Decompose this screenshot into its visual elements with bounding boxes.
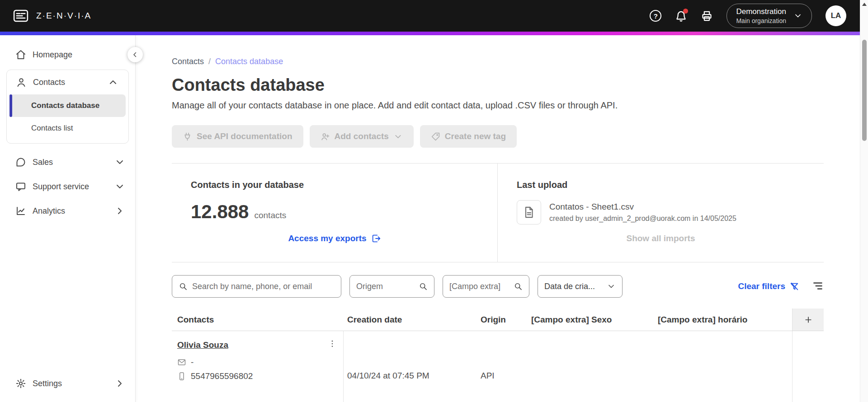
sidebar-subitem-label: Contacts list [31, 124, 73, 133]
sidebar-item-homepage[interactable]: Homepage [0, 42, 135, 67]
organization-name: Demonstration [736, 7, 786, 16]
scroll-up-arrow-icon[interactable] [862, 3, 867, 6]
plus-icon [804, 315, 813, 324]
gear-icon [15, 378, 26, 389]
printer-icon [701, 10, 713, 22]
mobile-phone-icon [177, 372, 186, 381]
summary-cards: Contacts in your database 12.888 contact… [172, 163, 824, 262]
chevron-right-icon [114, 206, 125, 216]
home-icon [15, 49, 26, 60]
main-content: Contacts / Contacts database Contacts da… [136, 35, 868, 402]
origin-cell: API [477, 331, 528, 402]
contact-phone: 5547965596802 [177, 371, 337, 381]
kebab-menu-icon [328, 339, 337, 348]
create-new-tag-button[interactable]: Create new tag [420, 125, 517, 148]
sidebar-item-support-service[interactable]: Support service [0, 174, 135, 199]
contacts-table: Contacts Creation date Origin [Campo ext… [172, 309, 824, 402]
chat-bubble-icon [15, 157, 26, 168]
origem-input[interactable] [356, 282, 414, 291]
last-upload-file: Contatos - Sheet1.csv created by user_ad… [517, 200, 805, 224]
sidebar-item-settings[interactable]: Settings [0, 371, 135, 396]
sidebar-collapse-button[interactable] [127, 47, 143, 62]
search-box [172, 275, 341, 298]
button-label: See API documentation [197, 131, 292, 141]
contacts-count-card: Contacts in your database 12.888 contact… [172, 164, 498, 262]
show-all-imports-button[interactable]: Show all imports [626, 234, 695, 243]
button-label: Create new tag [445, 131, 506, 141]
sidebar-item-label: Contacts [33, 78, 101, 87]
contact-phone-value: 5547965596802 [191, 371, 253, 381]
top-bar-actions: ? Demonstration Main organization LA [650, 4, 846, 28]
contact-email: - [177, 357, 337, 367]
button-label: Add contacts [335, 131, 389, 141]
contact-name-link[interactable]: Olivia Souza [177, 340, 228, 350]
link-label: Access my exports [288, 234, 366, 243]
contact-cell: Olivia Souza - [172, 331, 344, 402]
clear-filters-button[interactable]: Clear filters [738, 281, 799, 291]
file-icon [517, 200, 541, 224]
brand: Z·E·N·V·I·A [12, 8, 91, 23]
filter-settings-button[interactable] [812, 280, 824, 293]
sidebar-item-contacts-list[interactable]: Contacts list [9, 117, 126, 140]
sidebar-item-contacts[interactable]: Contacts [7, 70, 128, 94]
organization-selector[interactable]: Demonstration Main organization [726, 4, 812, 28]
creation-date-cell: 04/10/24 at 07:45 PM [344, 331, 477, 402]
add-contacts-button[interactable]: Add contacts [310, 125, 414, 148]
column-header-contacts: Contacts [172, 315, 344, 325]
add-column-button[interactable] [792, 309, 824, 331]
chevron-down-icon [114, 157, 125, 168]
breadcrumb-contacts[interactable]: Contacts [172, 57, 204, 66]
campo-extra-horario-cell [654, 331, 792, 402]
chevron-down-icon [393, 132, 403, 141]
user-avatar[interactable]: LA [826, 5, 846, 26]
chevron-down-icon [114, 181, 125, 192]
sidebar-item-sales[interactable]: Sales [0, 150, 135, 174]
sidebar-bottom: Settings [0, 371, 135, 402]
sidebar: Homepage Contacts Contacts database Cont… [0, 35, 136, 402]
contact-email-value: - [191, 357, 193, 367]
filter-bar: Data de cria... Clear filters [172, 275, 824, 298]
search-icon [419, 282, 428, 291]
file-meta: created by user_admin_2_prod@uorak.com i… [549, 215, 736, 223]
organization-text: Demonstration Main organization [736, 7, 786, 24]
person-icon [16, 77, 27, 88]
line-chart-icon [15, 206, 26, 216]
printer-button[interactable] [701, 10, 713, 22]
last-upload-card: Last upload Contatos - Sheet1.csv create… [498, 164, 824, 262]
creation-date-filter[interactable]: Data de cria... [538, 275, 623, 298]
message-square-icon [15, 181, 26, 192]
search-input[interactable] [192, 282, 335, 291]
page-actions: See API documentation Add contacts Creat… [172, 125, 824, 148]
date-filter-label: Data de cria... [544, 282, 595, 291]
access-my-exports-link[interactable]: Access my exports [288, 234, 381, 243]
help-button[interactable]: ? [650, 10, 661, 22]
sidebar-group-contacts: Contacts Contacts database Contacts list [6, 70, 129, 144]
sidebar-item-contacts-database[interactable]: Contacts database [9, 94, 126, 117]
sidebar-item-label: Sales [33, 158, 108, 167]
chevron-down-icon [793, 11, 802, 20]
column-header-campo-extra-sexo: [Campo extra] Sexo [528, 315, 654, 325]
column-header-campo-extra-horario: [Campo extra] horário [654, 315, 792, 325]
breadcrumb: Contacts / Contacts database [172, 57, 824, 66]
breadcrumb-current: Contacts database [215, 57, 283, 66]
scrollbar-thumb[interactable] [862, 40, 867, 141]
contacts-count-value: 12.888 [191, 201, 249, 223]
top-bar: Z·E·N·V·I·A ? Demonstration Main organiz… [0, 0, 868, 32]
sidebar-item-analytics[interactable]: Analytics [0, 199, 135, 223]
sidebar-subitem-label: Contacts database [31, 101, 99, 110]
notifications-button[interactable] [675, 10, 687, 22]
person-plus-icon [321, 132, 330, 141]
search-icon [179, 282, 188, 291]
organization-subtitle: Main organization [736, 17, 786, 24]
campo-extra-input[interactable] [449, 282, 509, 291]
row-menu-button[interactable] [328, 339, 337, 350]
sidebar-item-label: Homepage [33, 50, 125, 60]
origem-filter-box [349, 275, 434, 298]
brand-gradient-bar [0, 32, 868, 35]
brand-name: Z·E·N·V·I·A [36, 11, 91, 21]
export-icon [371, 234, 381, 243]
page-scrollbar[interactable] [860, 0, 868, 402]
see-api-documentation-button[interactable]: See API documentation [172, 125, 303, 148]
help-icon: ? [650, 10, 661, 22]
chevron-left-icon [131, 51, 139, 59]
